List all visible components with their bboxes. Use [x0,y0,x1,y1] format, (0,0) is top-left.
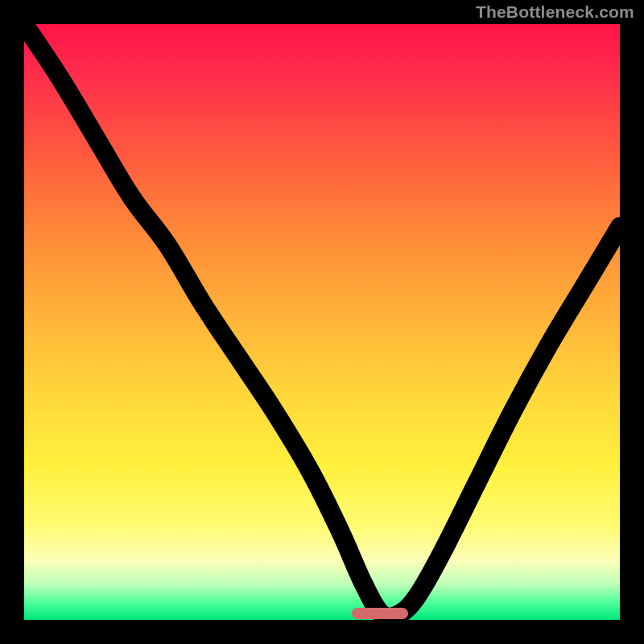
watermark-text: TheBottleneck.com [476,3,634,20]
chart-frame: TheBottleneck.com [0,0,644,644]
plot-area [24,24,620,620]
bottleneck-curve [24,24,620,620]
curve-path [24,24,620,617]
min-marker [352,608,408,619]
